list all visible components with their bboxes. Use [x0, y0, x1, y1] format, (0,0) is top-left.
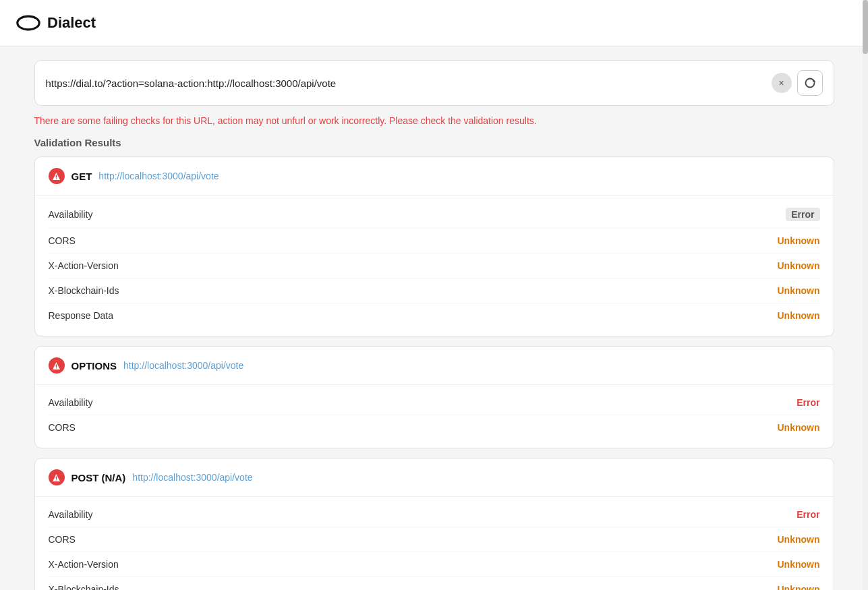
- check-label: CORS: [49, 422, 76, 433]
- logo: Dialect: [16, 11, 96, 35]
- refresh-button[interactable]: [797, 70, 823, 96]
- scrollbar-thumb[interactable]: [863, 0, 868, 54]
- post-method-label: POST (N/A): [71, 472, 126, 483]
- status-badge: Unknown: [778, 534, 820, 545]
- post-section-body: Availability Error CORS Unknown X-Action…: [35, 497, 834, 590]
- post-error-icon: [49, 469, 65, 485]
- url-actions: ×: [772, 70, 823, 96]
- table-row: CORS Unknown: [49, 527, 820, 552]
- table-row: CORS Unknown: [49, 229, 820, 254]
- options-section-header: OPTIONS http://localhost:3000/api/vote: [35, 347, 834, 385]
- svg-point-1: [56, 178, 57, 179]
- status-badge: Unknown: [778, 260, 820, 271]
- table-row: Availability Error: [49, 502, 820, 527]
- logo-text: Dialect: [47, 14, 96, 32]
- check-label: X-Blockchain-Ids: [49, 584, 119, 590]
- check-label: X-Blockchain-Ids: [49, 285, 119, 296]
- options-section-body: Availability Error CORS Unknown: [35, 385, 834, 448]
- status-badge: Error: [786, 208, 819, 221]
- get-method-url: http://localhost:3000/api/vote: [98, 171, 219, 181]
- svg-point-3: [56, 479, 57, 480]
- options-method-label: OPTIONS: [71, 360, 117, 372]
- get-section-body: Availability Error CORS Unknown X-Action…: [35, 196, 834, 336]
- post-section-header: POST (N/A) http://localhost:3000/api/vot…: [35, 459, 834, 497]
- get-section-header: GET http://localhost:3000/api/vote: [35, 157, 834, 196]
- table-row: Availability Error: [49, 201, 820, 229]
- check-label: Response Data: [49, 310, 114, 321]
- get-error-icon: [49, 168, 65, 184]
- validation-title: Validation Results: [34, 137, 834, 148]
- svg-point-2: [56, 367, 57, 368]
- get-method-label: GET: [71, 171, 92, 182]
- status-badge: Unknown: [778, 235, 820, 246]
- scrollbar[interactable]: [863, 0, 868, 590]
- table-row: X-Action-Version Unknown: [49, 254, 820, 278]
- check-label: Availability: [49, 397, 93, 408]
- url-display: https://dial.to/?action=solana-action:ht…: [46, 78, 772, 89]
- clear-url-button[interactable]: ×: [772, 73, 792, 93]
- main-content: https://dial.to/?action=solana-action:ht…: [13, 47, 856, 590]
- status-badge: Unknown: [778, 285, 820, 296]
- table-row: CORS Unknown: [49, 415, 820, 440]
- status-badge: Unknown: [778, 422, 820, 433]
- check-label: CORS: [49, 235, 76, 246]
- table-row: X-Action-Version Unknown: [49, 552, 820, 577]
- status-badge: Unknown: [778, 559, 820, 570]
- dialect-logo-icon: [16, 11, 40, 35]
- check-label: Availability: [49, 209, 93, 220]
- refresh-icon: [804, 77, 816, 89]
- check-label: X-Action-Version: [49, 260, 119, 271]
- url-bar: https://dial.to/?action=solana-action:ht…: [34, 60, 834, 106]
- header: Dialect: [0, 0, 868, 47]
- check-label: X-Action-Version: [49, 559, 119, 570]
- svg-point-0: [18, 16, 39, 30]
- table-row: Availability Error: [49, 390, 820, 415]
- check-label: CORS: [49, 534, 76, 545]
- status-badge: Unknown: [778, 584, 820, 590]
- post-method-url: http://localhost:3000/api/vote: [132, 472, 252, 483]
- options-error-icon: [49, 357, 65, 374]
- options-method-url: http://localhost:3000/api/vote: [123, 360, 243, 371]
- post-section: POST (N/A) http://localhost:3000/api/vot…: [34, 458, 834, 590]
- table-row: X-Blockchain-Ids Unknown: [49, 278, 820, 303]
- table-row: X-Blockchain-Ids Unknown: [49, 577, 820, 590]
- status-badge: Unknown: [778, 310, 820, 321]
- status-badge: Error: [797, 397, 819, 408]
- get-section: GET http://localhost:3000/api/vote Avail…: [34, 156, 834, 336]
- options-section: OPTIONS http://localhost:3000/api/vote A…: [34, 346, 834, 448]
- status-badge: Error: [797, 509, 819, 520]
- check-label: Availability: [49, 509, 93, 520]
- table-row: Response Data Unknown: [49, 303, 820, 328]
- warning-message: There are some failing checks for this U…: [34, 115, 834, 126]
